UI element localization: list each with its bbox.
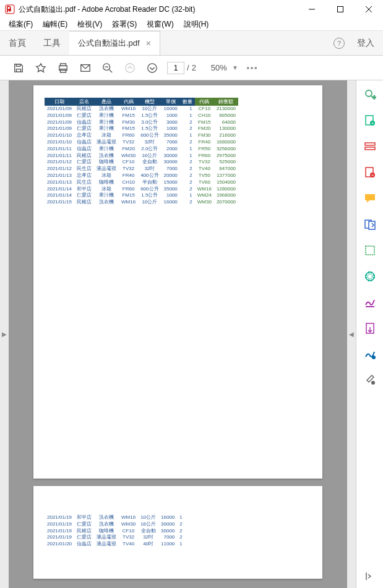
table-row: 2021/01/09信義店果汁機FM303.0公升30002FM1564000 — [45, 119, 238, 126]
col-header: 日期 — [45, 98, 74, 106]
svg-point-35 — [372, 356, 376, 359]
menu-view[interactable]: 檢視(V) — [72, 19, 107, 30]
page-total: 2 — [192, 63, 196, 72]
crop-icon[interactable] — [363, 244, 377, 257]
tab-document-label: 公式自動溢出.pdf — [78, 38, 140, 49]
zoom-control[interactable]: 50% ▼ — [211, 63, 238, 72]
table-row: 2021/01/15民權店洗衣機WM1610公斤160002WM30207000… — [45, 199, 238, 206]
svg-point-15 — [126, 63, 134, 72]
data-table-2: 2021/01/19和平店洗衣機WM1610公斤1600012021/01/19… — [45, 514, 185, 548]
svg-point-32 — [368, 274, 372, 279]
pdf-page-2: 2021/01/19和平店洗衣機WM1610公斤1600012021/01/19… — [33, 486, 322, 579]
col-header: 數量 — [180, 98, 195, 106]
table-row: 2021/01/11信義店果汁機FM202.0公升20001FR50325600… — [45, 146, 238, 153]
tab-tools[interactable]: 工具 — [35, 31, 69, 55]
svg-text:+: + — [371, 173, 374, 178]
search-tool-icon[interactable]: + — [363, 88, 377, 101]
tab-document[interactable]: 公式自動溢出.pdf × — [69, 31, 160, 55]
svg-rect-10 — [61, 69, 66, 72]
window-title: 公式自動溢出.pdf - Adobe Acrobat Reader DC (32… — [19, 4, 298, 15]
svg-text:+: + — [372, 94, 376, 101]
login-link[interactable]: 登入 — [357, 38, 374, 49]
email-button[interactable] — [74, 57, 97, 79]
window-controls — [298, 0, 383, 19]
table-row: 2021/01/13民生店咖啡機CH10半自動150002TV601504000 — [45, 179, 238, 186]
table-row: 2021/01/14和平店冰箱FR60600公升350002WM16128000… — [45, 186, 238, 193]
zoom-value: 50% — [211, 63, 227, 72]
edit-pdf-icon[interactable]: + — [363, 166, 377, 179]
table-row: 2021/01/09仁愛店果汁機FM151.5公升10002FM20130000 — [45, 126, 238, 132]
table-row: 2021/01/19仁愛店液晶電視TV3232吋70002 — [45, 534, 185, 541]
page-sep: / — [187, 63, 189, 72]
print-button[interactable] — [52, 57, 74, 79]
menu-file[interactable]: 檔案(F) — [4, 19, 38, 30]
right-panel-toggle[interactable]: ◀ — [347, 80, 356, 588]
menu-help[interactable]: 說明(H) — [179, 19, 214, 30]
table-row: 2021/01/14仁愛店果汁機FM151.5公升10001WM24196800… — [45, 192, 238, 199]
svg-rect-3 — [338, 7, 343, 12]
save-button[interactable] — [7, 57, 30, 79]
table-row: 2021/01/12仁愛店咖啡機CF10全自動300002TV32525000 — [45, 159, 238, 166]
left-panel-toggle[interactable]: ▶ — [0, 80, 9, 588]
stamp-icon[interactable] — [363, 270, 377, 283]
menu-sign[interactable]: 簽署(S) — [107, 19, 142, 30]
col-header: 單價 — [161, 98, 180, 106]
close-button[interactable] — [355, 0, 383, 19]
maximize-button[interactable] — [326, 0, 355, 19]
form-icon[interactable] — [363, 140, 377, 153]
organize-icon[interactable] — [363, 218, 377, 231]
svg-rect-23 — [365, 143, 375, 145]
menu-edit[interactable]: 編輯(E) — [38, 19, 72, 30]
table-row: 2021/01/19民權店咖啡機CF10全自動300002 — [45, 528, 185, 535]
document-viewport[interactable]: 日期店名產品代碼機型單價數量代碼銷售額2021/01/09民權店洗衣機WM161… — [9, 80, 347, 588]
tools-rail: + + + + — [356, 80, 383, 588]
chevron-down-icon: ▼ — [232, 64, 238, 71]
help-icon[interactable]: ? — [334, 38, 345, 49]
table-row: 2021/01/20信義店液晶電視TV4040吋110001 — [45, 541, 185, 548]
svg-text:+: + — [371, 121, 374, 126]
table-row: 2021/01/09仁愛店果汁機FM151.5公升10001CH10885000 — [45, 113, 238, 119]
sign-icon[interactable] — [363, 296, 377, 309]
pdf-page-1: 日期店名產品代碼機型單價數量代碼銷售額2021/01/09民權店洗衣機WM161… — [33, 85, 322, 479]
menu-window[interactable]: 視窗(W) — [142, 19, 178, 30]
svg-rect-7 — [16, 69, 20, 72]
more-button[interactable]: ••• — [247, 64, 259, 72]
tab-home[interactable]: 首頁 — [0, 31, 35, 55]
star-button[interactable] — [30, 57, 52, 79]
create-pdf-icon[interactable]: + — [363, 114, 377, 127]
col-header: 產品 — [94, 98, 119, 106]
svg-text:+: + — [371, 380, 374, 386]
fill-sign-icon[interactable] — [363, 347, 377, 361]
table-row: 2021/01/10忠孝店冰箱FR60600公升350001FM30216000 — [45, 132, 238, 139]
svg-point-17 — [366, 90, 372, 96]
comment-icon[interactable] — [363, 192, 377, 205]
table-row: 2021/01/10信義店液晶電視TV3232吋70002FR401680000 — [45, 139, 238, 146]
tab-bar: 首頁 工具 公式自動溢出.pdf × ? 登入 — [0, 31, 383, 56]
page-input[interactable] — [167, 62, 184, 74]
app-icon: ♠ — [5, 4, 15, 14]
minimize-button[interactable] — [298, 0, 326, 19]
table-row: 2021/01/09民權店洗衣機WM1610公斤160001CF10213000… — [45, 106, 238, 113]
tab-close-button[interactable]: × — [146, 38, 151, 48]
col-header: 代碼 — [119, 98, 138, 106]
data-table-1: 日期店名產品代碼機型單價數量代碼銷售額2021/01/09民權店洗衣機WM161… — [45, 98, 238, 206]
collapse-rail-icon[interactable] — [363, 569, 377, 583]
svg-line-13 — [110, 69, 113, 72]
col-header: 機型 — [138, 98, 161, 106]
zoom-out-button[interactable] — [97, 57, 119, 79]
toolbar: / 2 50% ▼ ••• — [0, 56, 383, 80]
page-down-button[interactable] — [141, 57, 163, 79]
page-up-button[interactable] — [119, 57, 141, 79]
more-tools-icon[interactable]: + — [363, 373, 377, 387]
svg-rect-6 — [16, 64, 20, 66]
page-control: / 2 — [167, 62, 196, 74]
svg-point-31 — [366, 272, 374, 281]
export-icon[interactable] — [363, 322, 377, 335]
col-header: 店名 — [74, 98, 94, 106]
col-header: 代碼 — [195, 98, 214, 106]
table-row: 2021/01/19和平店洗衣機WM1610公斤160001 — [45, 514, 185, 521]
table-row: 2021/01/19仁愛店洗衣機WM3016公斤300002 — [45, 521, 185, 528]
svg-point-16 — [148, 63, 157, 72]
table-row: 2021/01/12民生店液晶電視TV3232吋70002TV40847000 — [45, 166, 238, 173]
content-area: ▶ 日期店名產品代碼機型單價數量代碼銷售額2021/01/09民權店洗衣機WM1… — [0, 80, 383, 588]
